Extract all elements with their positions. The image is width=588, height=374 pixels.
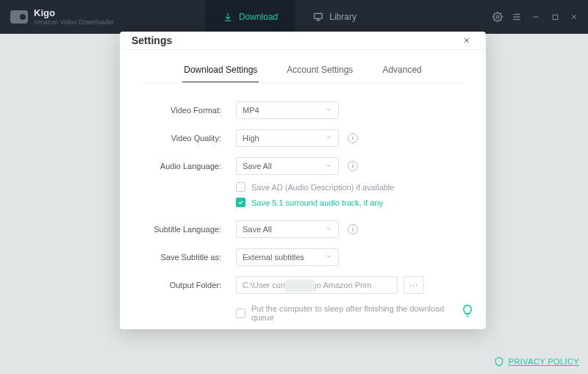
- tab-account-settings[interactable]: Account Settings: [285, 60, 354, 82]
- nav-tabs: Download Library: [205, 0, 374, 34]
- subtitle-language-info-icon[interactable]: i: [348, 224, 358, 234]
- video-format-select[interactable]: MP4: [236, 101, 339, 119]
- privacy-policy-label: PRIVACY POLICY: [509, 357, 579, 366]
- maximize-button[interactable]: [548, 10, 562, 24]
- nav-tab-library-label: Library: [329, 12, 356, 22]
- audio-language-value: Save All: [243, 162, 272, 170]
- settings-modal: Settings Download Settings Account Setti…: [120, 32, 486, 329]
- video-format-label: Video Format:: [142, 106, 221, 115]
- brand-name: Kigo: [34, 8, 114, 18]
- app-logo-icon: [10, 10, 28, 24]
- output-folder-label: Output Folder:: [142, 281, 221, 290]
- close-window-button[interactable]: [567, 10, 581, 24]
- brand-subtitle: Amazon Video Downloader: [34, 19, 114, 26]
- nav-tab-download-label: Download: [239, 12, 278, 22]
- video-quality-label: Video Quality:: [142, 134, 221, 143]
- modal-title: Settings: [132, 35, 172, 46]
- menu-icon[interactable]: [510, 10, 523, 24]
- close-modal-button[interactable]: [459, 33, 474, 48]
- save-subtitle-as-value: External subtitles: [243, 253, 304, 262]
- browse-folder-button[interactable]: ···: [404, 276, 424, 294]
- svg-rect-2: [553, 15, 557, 19]
- settings-gear-icon[interactable]: [491, 10, 504, 24]
- video-quality-select[interactable]: High: [236, 129, 339, 147]
- sleep-after-download-label: Put the computer to sleep after finishin…: [251, 304, 464, 322]
- title-bar: Kigo Amazon Video Downloader Download Li…: [0, 0, 588, 34]
- subtitle-language-value: Save All: [243, 225, 272, 234]
- minimize-button[interactable]: [529, 10, 542, 24]
- tab-advanced[interactable]: Advanced: [381, 60, 423, 82]
- audio-language-select[interactable]: Save All: [236, 157, 339, 175]
- nav-tab-download[interactable]: Download: [205, 0, 295, 34]
- svg-point-1: [496, 15, 499, 18]
- privacy-policy-link[interactable]: PRIVACY POLICY: [494, 356, 579, 367]
- chevron-down-icon: [325, 134, 332, 143]
- settings-tabs: Download Settings Account Settings Advan…: [120, 60, 486, 82]
- shield-icon: [494, 356, 504, 367]
- save-51-checkbox[interactable]: [236, 198, 245, 207]
- nav-tab-library[interactable]: Library: [295, 0, 374, 34]
- save-ad-label: Save AD (Audio Description) if available: [251, 183, 394, 192]
- save-subtitle-as-select[interactable]: External subtitles: [236, 248, 339, 266]
- tip-lightbulb-icon[interactable]: [461, 304, 474, 320]
- video-quality-info-icon[interactable]: i: [348, 133, 358, 143]
- chevron-down-icon: [325, 253, 332, 262]
- chevron-down-icon: [325, 162, 332, 170]
- tab-download-settings[interactable]: Download Settings: [182, 60, 259, 82]
- brand: Kigo Amazon Video Downloader: [0, 8, 114, 26]
- save-ad-checkbox[interactable]: [236, 182, 245, 192]
- audio-language-info-icon[interactable]: i: [348, 161, 358, 171]
- svg-rect-0: [315, 13, 323, 18]
- modal-header: Settings: [120, 32, 486, 50]
- redacted-blur: [284, 279, 315, 292]
- save-subtitle-as-label: Save Subtitle as:: [142, 253, 221, 262]
- audio-language-label: Audio Language:: [142, 162, 221, 170]
- download-settings-form: Video Format: MP4 Video Quality: High i …: [120, 82, 486, 329]
- sleep-after-download-checkbox[interactable]: [236, 309, 245, 318]
- subtitle-language-select[interactable]: Save All: [236, 220, 339, 238]
- save-51-label: Save 5.1 surround audio track, if any: [251, 198, 383, 207]
- window-controls: [491, 10, 588, 24]
- output-folder-field[interactable]: C:\User cuments\Kigo Amazon Prim: [236, 276, 398, 294]
- subtitle-language-label: Subtitle Language:: [142, 225, 221, 234]
- video-quality-value: High: [243, 134, 259, 143]
- chevron-down-icon: [325, 106, 332, 115]
- video-format-value: MP4: [243, 106, 259, 115]
- library-icon: [313, 12, 323, 22]
- chevron-down-icon: [325, 225, 332, 234]
- download-icon: [223, 12, 233, 22]
